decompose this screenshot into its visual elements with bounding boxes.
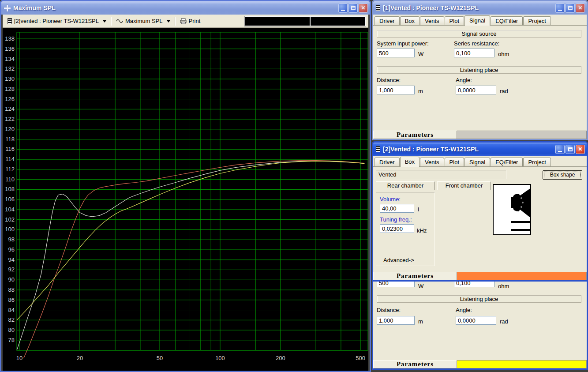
- tuning-freq-unit: kHz: [417, 227, 427, 234]
- window1-tabs: Driver Box Vents Plot Signal EQ/Filter P…: [373, 15, 587, 26]
- tab-vents[interactable]: Vents: [420, 16, 444, 25]
- listening-place-header: Listening place: [377, 295, 581, 303]
- window3-status-strip: [457, 360, 587, 368]
- close-button[interactable]: ✕: [576, 145, 585, 154]
- series-resistance-field[interactable]: 0,100: [454, 282, 494, 287]
- svg-text:50: 50: [157, 355, 163, 361]
- toolbar-separator: [175, 17, 176, 26]
- svg-text:20: 20: [77, 355, 83, 361]
- distance-field[interactable]: 1,000: [377, 316, 415, 325]
- tab-signal[interactable]: Signal: [464, 15, 490, 26]
- tab-signal[interactable]: Signal: [464, 158, 490, 166]
- distance-field[interactable]: 1,000: [377, 86, 415, 94]
- parameters-button[interactable]: Parameters: [373, 272, 457, 280]
- svg-text:116: 116: [5, 146, 15, 152]
- system-input-power-field[interactable]: 500: [377, 282, 415, 287]
- svg-text:132: 132: [5, 65, 15, 72]
- spl-chart-area[interactable]: 7880828486889092949698100102104106108110…: [3, 28, 368, 371]
- tab-project[interactable]: Project: [523, 158, 551, 166]
- close-button[interactable]: ✕: [359, 4, 368, 13]
- listening-place-header: Listening place: [377, 66, 581, 74]
- svg-text:82: 82: [8, 316, 15, 323]
- svg-text:104: 104: [5, 206, 15, 213]
- tuning-freq-field[interactable]: 0,02300: [380, 224, 414, 233]
- tab-plot[interactable]: Plot: [445, 158, 464, 166]
- rear-chamber-tab[interactable]: Rear chamber: [376, 181, 435, 190]
- system-input-power-field[interactable]: 500: [377, 49, 415, 57]
- window2-title: [2]Vented : Pioneer TS-W121SPL: [383, 146, 555, 153]
- window1-title: [1]Vented : Pioneer TS-W121SPL: [383, 4, 555, 11]
- box-type-field[interactable]: Vented: [376, 170, 506, 179]
- svg-text:500: 500: [356, 355, 365, 361]
- maximize-button[interactable]: [348, 4, 358, 13]
- system-input-power-label: System input power:: [377, 40, 429, 47]
- svg-text:114: 114: [5, 156, 15, 162]
- window2-titlebar[interactable]: [2]Vented : Pioneer TS-W121SPL ✕: [373, 143, 587, 156]
- print-label: Print: [189, 18, 201, 24]
- distance-unit: m: [418, 318, 423, 325]
- svg-text:130: 130: [5, 75, 15, 82]
- maximize-button[interactable]: [566, 145, 575, 154]
- window3-parameters-bar: Parameters: [373, 360, 587, 368]
- close-button[interactable]: ✕: [576, 4, 585, 13]
- tab-eq-filter[interactable]: EQ/Filter: [491, 158, 523, 166]
- window2-status-strip: [457, 272, 587, 280]
- distance-label: Distance:: [377, 77, 401, 83]
- window2-box-tab-content: Vented Box shape Rear chamber Front cham…: [373, 167, 587, 280]
- project-selector-dropdown[interactable]: [2]vented : Pioneer TS-W121SPL: [6, 17, 108, 25]
- spl-chart: 7880828486889092949698100102104106108110…: [3, 28, 371, 372]
- svg-text:100: 100: [5, 226, 15, 233]
- vent-line-bottom: [511, 229, 530, 231]
- project-selector-label: [2]vented : Pioneer TS-W121SPL: [14, 18, 99, 24]
- plot-type-dropdown[interactable]: Maximum SPL: [114, 17, 172, 25]
- vent-line-top: [511, 221, 530, 223]
- svg-text:120: 120: [5, 126, 15, 132]
- readout-panel-right: [311, 17, 365, 26]
- driver-icon: [376, 5, 380, 11]
- maximize-icon: [568, 6, 573, 10]
- tab-driver[interactable]: Driver: [375, 16, 400, 25]
- window1-status-strip: [457, 131, 587, 139]
- plot-window: Maximum SPL ✕ [2]vented : Pioneer TS-W12…: [0, 0, 371, 372]
- minimize-icon: [558, 10, 562, 11]
- advanced-link[interactable]: Advanced->: [383, 257, 414, 263]
- maximize-button[interactable]: [566, 4, 575, 13]
- tab-vents[interactable]: Vents: [420, 158, 444, 166]
- svg-text:102: 102: [5, 216, 15, 223]
- svg-text:138: 138: [5, 35, 15, 42]
- volume-field[interactable]: 40,00: [380, 204, 414, 213]
- maximize-icon: [351, 6, 356, 10]
- minimize-button[interactable]: [555, 4, 565, 13]
- svg-text:86: 86: [8, 297, 15, 303]
- svg-text:200: 200: [276, 355, 285, 361]
- angle-field[interactable]: 0,0000: [456, 86, 496, 94]
- tab-eq-filter[interactable]: EQ/Filter: [491, 16, 523, 25]
- box-shape-button[interactable]: Box shape: [543, 170, 582, 180]
- printer-icon: [180, 18, 187, 24]
- resistance-unit: ohm: [498, 51, 509, 57]
- svg-text:110: 110: [5, 176, 15, 183]
- plot-crosshair-icon: [4, 5, 11, 11]
- svg-text:78: 78: [8, 337, 15, 343]
- window2-parameters-bar: Parameters: [373, 272, 587, 280]
- angle-label: Angle:: [456, 307, 472, 313]
- window2-tabs: Driver Box Vents Plot Signal EQ/Filter P…: [373, 156, 587, 167]
- minimize-button[interactable]: [555, 145, 565, 154]
- maximize-icon: [568, 147, 573, 151]
- parameters-button[interactable]: Parameters: [373, 360, 457, 368]
- svg-text:92: 92: [8, 266, 15, 273]
- window1-titlebar[interactable]: [1]Vented : Pioneer TS-W121SPL ✕: [373, 1, 587, 15]
- tab-driver[interactable]: Driver: [375, 158, 400, 166]
- tab-project[interactable]: Project: [523, 16, 551, 25]
- plot-window-titlebar[interactable]: Maximum SPL ✕: [1, 1, 370, 15]
- parameters-button[interactable]: Parameters: [373, 131, 457, 139]
- svg-text:126: 126: [5, 96, 15, 102]
- front-chamber-tab[interactable]: Front chamber: [437, 181, 491, 190]
- angle-field[interactable]: 0,0000: [456, 316, 496, 325]
- tab-plot[interactable]: Plot: [445, 16, 464, 25]
- minimize-button[interactable]: [338, 4, 348, 13]
- tab-box[interactable]: Box: [400, 16, 419, 25]
- print-button[interactable]: Print: [178, 17, 202, 25]
- series-resistance-field[interactable]: 0,100: [454, 49, 494, 57]
- tab-box[interactable]: Box: [400, 157, 419, 167]
